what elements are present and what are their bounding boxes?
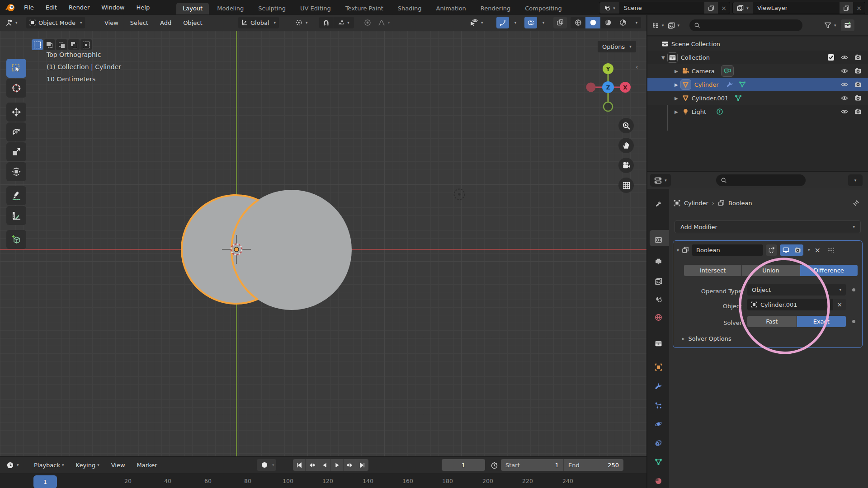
select-mode-new[interactable] <box>32 39 43 50</box>
disable-in-render-icon[interactable] <box>854 94 862 102</box>
outliner-display-mode-button[interactable]: ▾ <box>666 20 682 31</box>
properties-editor-type-button[interactable]: ▾ <box>650 174 671 187</box>
expand-arrow-icon[interactable]: ▶ <box>675 82 678 87</box>
outliner-row-scene-collection[interactable]: Scene Collection <box>647 37 868 51</box>
scene-name[interactable]: Scene <box>619 5 704 11</box>
tab-view-layer[interactable] <box>647 275 669 287</box>
object-type-visibility-dropdown[interactable]: ▾ <box>468 17 485 28</box>
prev-keyframe-button[interactable] <box>306 459 318 471</box>
outliner-row-collection[interactable]: ▼ Collection <box>647 51 868 64</box>
operation-intersect-button[interactable]: Intersect <box>684 265 741 276</box>
menu-view[interactable]: View <box>99 15 124 31</box>
collection-checkbox[interactable] <box>827 54 835 61</box>
expand-arrow-icon[interactable]: ▶ <box>675 109 678 114</box>
object-field-clear-button[interactable]: × <box>833 299 846 310</box>
navigation-gizmo[interactable]: Y X Z <box>585 63 632 114</box>
tab-render[interactable] <box>647 233 669 246</box>
operation-union-button[interactable]: Union <box>742 265 799 276</box>
tab-collection[interactable] <box>647 337 669 350</box>
animate-property-dot[interactable] <box>852 320 855 323</box>
disable-in-render-icon[interactable] <box>854 54 862 61</box>
mode-selector[interactable]: Object Mode ▾ <box>26 17 85 28</box>
tab-material[interactable] <box>647 474 669 487</box>
show-in-render-toggle[interactable] <box>792 244 803 256</box>
snap-toggle-button[interactable] <box>319 17 333 28</box>
snap-settings-dropdown[interactable]: ▾ <box>333 17 354 28</box>
viewlayer-browse-button[interactable]: ▾ <box>733 2 753 14</box>
workspace-tab-rendering[interactable]: Rendering <box>474 3 517 14</box>
shading-rendered-button[interactable] <box>615 17 630 28</box>
auto-keying-toggle[interactable] <box>259 459 270 471</box>
tab-particles[interactable] <box>647 399 669 412</box>
shading-settings-dropdown[interactable]: ▾ <box>630 17 641 28</box>
current-frame-field[interactable]: 1 <box>442 459 485 471</box>
hide-in-viewport-icon[interactable] <box>841 81 848 88</box>
end-frame-field[interactable]: End250 <box>564 459 623 471</box>
tab-world[interactable] <box>647 311 669 324</box>
timeline-editor-type-button[interactable]: ▾ <box>5 459 21 471</box>
tab-constraints[interactable] <box>647 436 669 449</box>
jump-to-end-button[interactable] <box>356 459 368 471</box>
drag-handle-icon[interactable] <box>828 247 834 253</box>
tool-scale[interactable] <box>6 142 26 161</box>
delete-modifier-button[interactable]: × <box>815 246 821 254</box>
menu-file[interactable]: File <box>18 0 40 15</box>
workspace-tab-modeling[interactable]: Modeling <box>211 3 250 14</box>
use-preview-range-toggle[interactable] <box>488 459 500 471</box>
outliner-row-light[interactable]: ▶ Light <box>647 105 868 118</box>
disable-in-render-icon[interactable] <box>854 108 862 115</box>
toggle-xray-button[interactable] <box>553 17 567 28</box>
breadcrumb-object[interactable]: Cylinder <box>684 200 708 206</box>
tab-object[interactable] <box>647 361 669 373</box>
disable-in-render-icon[interactable] <box>854 81 862 88</box>
tool-rotate[interactable] <box>6 122 26 141</box>
workspace-tab-uv-editing[interactable]: UV Editing <box>294 3 337 14</box>
sidebar-collapse-arrow[interactable]: ‹ <box>636 63 638 70</box>
tool-measure[interactable] <box>6 206 26 225</box>
menu-object[interactable]: Object <box>177 15 208 31</box>
expand-arrow-icon[interactable]: ▶ <box>675 69 678 74</box>
timeline-menu-playback[interactable]: Playback▾ <box>28 457 70 473</box>
transform-orientation-dropdown[interactable]: Global ▾ <box>238 17 279 28</box>
play-reverse-button[interactable] <box>318 459 331 471</box>
tab-physics[interactable] <box>647 418 669 430</box>
object-id-field[interactable]: Cylinder.001 <box>747 299 833 310</box>
workspace-tab-texture-paint[interactable]: Texture Paint <box>339 3 390 14</box>
viewlayer-name[interactable]: ViewLayer <box>753 5 840 11</box>
menu-edit[interactable]: Edit <box>40 0 63 15</box>
panel-collapse-chevron[interactable]: ▾ <box>677 248 679 253</box>
outliner-row-camera[interactable]: ▶ Camera <box>647 64 868 78</box>
scene-browse-button[interactable]: ▾ <box>599 2 619 14</box>
jump-to-start-button[interactable] <box>293 459 306 471</box>
scene-unlink-button[interactable]: × <box>718 2 730 14</box>
pin-id-button[interactable] <box>850 198 862 209</box>
start-frame-field[interactable]: Start1 <box>501 459 564 471</box>
workspace-tab-animation[interactable]: Animation <box>430 3 472 14</box>
next-keyframe-button[interactable] <box>344 459 356 471</box>
tool-cursor[interactable] <box>6 79 26 98</box>
show-in-viewport-toggle[interactable] <box>780 244 792 256</box>
scene-copy-button[interactable] <box>704 2 718 14</box>
menu-window[interactable]: Window <box>95 0 130 15</box>
modifier-name-field[interactable]: Boolean <box>692 244 763 256</box>
tab-modifiers[interactable] <box>647 380 669 393</box>
hide-in-viewport-icon[interactable] <box>841 108 848 115</box>
outliner-row-cylinder[interactable]: ▶ Cylinder <box>647 78 868 91</box>
pivot-point-dropdown[interactable]: ▾ <box>293 17 310 28</box>
outliner-filter-button[interactable]: ▾ <box>822 20 838 31</box>
hide-in-viewport-icon[interactable] <box>841 67 848 75</box>
workspace-tab-layout[interactable]: Layout <box>176 3 209 14</box>
solver-exact-button[interactable]: Exact <box>797 316 846 327</box>
editor-type-button[interactable]: ▾ <box>3 17 20 28</box>
breadcrumb-modifier[interactable]: Boolean <box>728 200 752 206</box>
tab-output[interactable] <box>647 255 669 267</box>
add-modifier-dropdown[interactable]: Add Modifier ▾ <box>675 221 861 233</box>
solver-options-expander[interactable]: ▸ Solver Options <box>682 333 731 344</box>
hide-in-viewport-icon[interactable] <box>841 94 848 102</box>
viewport-options-dropdown[interactable]: Options▾ <box>598 41 636 52</box>
viewlayer-copy-button[interactable] <box>840 2 853 14</box>
viewlayer-remove-button[interactable]: × <box>853 2 865 14</box>
menu-help[interactable]: Help <box>131 0 156 15</box>
menu-add[interactable]: Add <box>154 15 177 31</box>
proportional-falloff-dropdown[interactable]: ▾ <box>374 17 393 28</box>
